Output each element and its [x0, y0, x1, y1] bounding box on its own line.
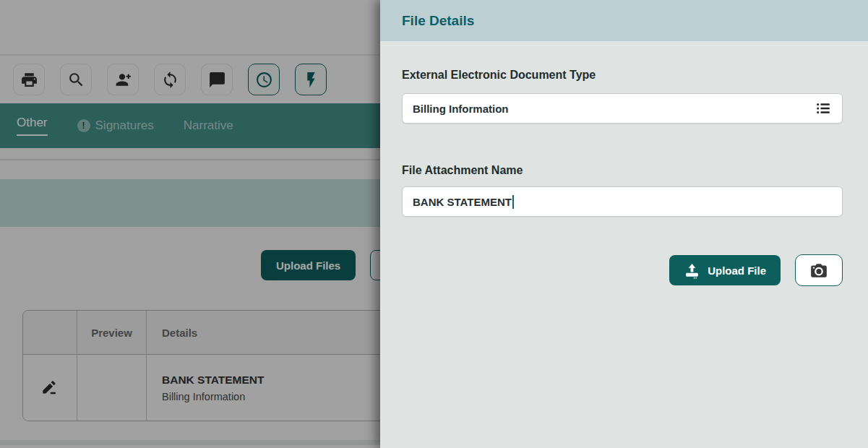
file-name-value: BANK STATEMENT [413, 196, 512, 208]
file-details-panel: File Details External Electronic Documen… [380, 0, 868, 448]
camera-icon [809, 261, 828, 280]
document-type-value: Billing Information [413, 103, 509, 115]
list-icon[interactable] [815, 100, 832, 117]
file-name-label: File Attachment Name [402, 164, 843, 177]
upload-file-label: Upload File [708, 264, 766, 277]
document-type-field[interactable]: Billing Information [402, 93, 843, 124]
app-window: Other ! Signatures Narrative Upload File… [0, 0, 868, 448]
panel-actions-row: Upload File [402, 254, 843, 286]
panel-body: External Electronic Document Type Billin… [380, 69, 868, 286]
file-name-input[interactable]: BANK STATEMENT [402, 186, 843, 217]
panel-header: File Details [380, 0, 868, 41]
upload-file-button[interactable]: Upload File [669, 255, 781, 285]
panel-title: File Details [402, 13, 474, 29]
upload-icon [684, 262, 700, 279]
document-type-label: External Electronic Document Type [402, 69, 843, 82]
text-cursor [512, 195, 514, 209]
camera-button[interactable] [795, 254, 843, 286]
